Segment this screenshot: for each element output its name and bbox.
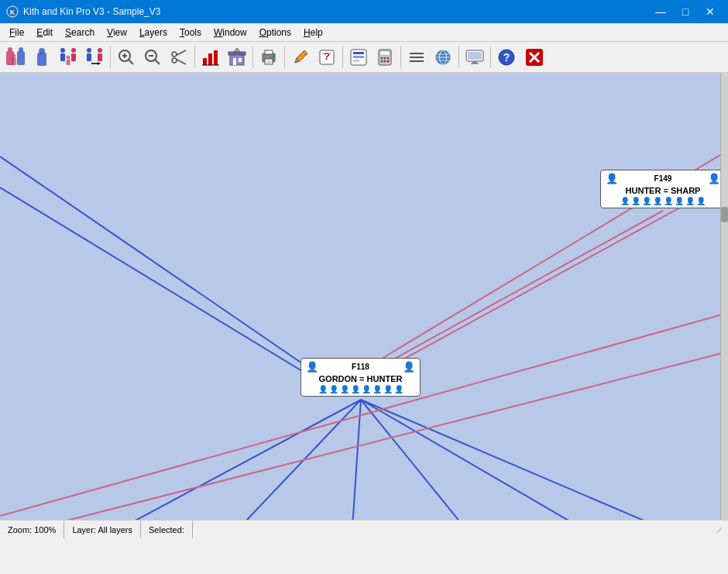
scrollbar-thumb[interactable] [721,207,728,222]
toolbar-sep-1 [110,46,111,68]
toolbar-sep-6 [400,46,401,68]
tb-zoom-in[interactable] [114,45,139,70]
tb-edit-family[interactable] [82,45,107,70]
svg-rect-39 [233,58,236,65]
status-zoom: Zoom: 100% [0,521,64,538]
relationship-lines [0,73,728,520]
svg-point-14 [67,55,70,59]
tb-add-family[interactable] [3,45,28,70]
svg-rect-6 [12,57,16,65]
tb-menu-lines[interactable] [404,45,429,70]
toolbar: ? [0,42,728,73]
menu-tools[interactable]: Tools [173,26,208,40]
svg-line-31 [177,50,187,56]
svg-rect-35 [214,50,218,65]
svg-line-88 [351,400,361,520]
tb-question-list[interactable]: ? [314,45,339,70]
vertical-scrollbar[interactable] [720,73,728,520]
menu-options[interactable]: Options [253,26,297,40]
toolbar-sep-2 [194,46,195,68]
tb-add-person[interactable] [29,45,54,70]
svg-point-7 [12,53,16,57]
svg-point-61 [381,57,383,59]
tb-calculator[interactable] [373,45,397,70]
tb-scissors[interactable] [167,45,191,70]
svg-rect-33 [203,58,207,65]
svg-text:?: ? [324,50,330,62]
svg-rect-17 [87,53,91,61]
tb-pencil[interactable] [288,45,313,70]
svg-marker-21 [98,62,101,65]
tb-zoom-out[interactable] [140,45,165,70]
svg-point-63 [387,57,390,59]
minimize-button[interactable]: — [649,4,672,19]
svg-rect-44 [265,50,273,54]
svg-point-12 [71,48,76,53]
tb-chart[interactable] [198,45,223,70]
close-button[interactable]: ✕ [699,4,722,19]
node-f149-name: HUNTER = SHARP [606,186,720,195]
svg-rect-60 [380,51,390,55]
svg-point-9 [39,48,45,54]
svg-line-87 [217,400,361,520]
svg-point-5 [19,47,23,52]
toolbar-sep-4 [284,46,285,68]
svg-text:?: ? [503,51,510,64]
app-icon: K [6,5,19,18]
tb-help[interactable]: ? [494,45,519,70]
svg-point-62 [384,57,386,59]
svg-rect-56 [353,52,364,54]
tb-data[interactable] [346,45,371,70]
menu-layers[interactable]: Layers [133,26,173,40]
svg-line-94 [0,313,728,516]
node-f149-children: 👤 👤 👤 👤 👤 👤 👤 👤 [606,197,720,205]
svg-point-4 [8,47,12,52]
svg-text:K: K [10,9,15,16]
svg-rect-11 [60,53,65,61]
svg-point-66 [387,60,390,62]
tb-close-red[interactable] [522,45,547,70]
svg-line-96 [361,211,663,377]
menu-file[interactable]: File [3,26,30,40]
resize-grip[interactable]: ⟋ [714,524,728,536]
node-f118-name: GORDON = HUNTER [306,374,415,383]
node-f118-id: F118 [352,363,369,371]
tb-globe[interactable] [431,45,455,70]
svg-rect-76 [468,52,482,60]
svg-rect-40 [239,58,242,62]
svg-line-25 [129,60,133,64]
svg-point-30 [172,58,177,63]
tb-print[interactable] [256,45,281,70]
tb-screen[interactable] [462,45,487,70]
menu-bar: File Edit Search View Layers Tools Windo… [0,23,728,42]
menu-window[interactable]: Window [208,26,253,40]
menu-help[interactable]: Help [297,26,329,40]
svg-rect-13 [71,53,76,61]
node-f149[interactable]: 👤 F149 👤 HUNTER = SHARP 👤 👤 👤 👤 👤 👤 👤 👤 [600,170,726,208]
status-selected: Selected: [141,521,193,538]
menu-edit[interactable]: Edit [30,26,59,40]
svg-line-91 [361,400,716,520]
svg-point-16 [87,48,91,53]
toolbar-sep-8 [490,46,491,68]
canvas-area[interactable]: 👤 F118 👤 GORDON = HUNTER 👤 👤 👤 👤 👤 👤 👤 👤… [0,73,728,520]
menu-search[interactable]: Search [59,26,101,40]
svg-line-90 [361,400,622,520]
svg-point-48 [273,55,275,57]
svg-rect-15 [67,60,70,65]
svg-point-18 [98,48,102,53]
node-f118[interactable]: 👤 F118 👤 GORDON = HUNTER 👤 👤 👤 👤 👤 👤 👤 👤 [300,358,421,397]
toolbar-sep-3 [252,46,253,68]
toolbar-sep-7 [458,46,459,68]
svg-line-84 [0,156,302,363]
node-f149-id: F149 [654,174,672,183]
tb-family-group[interactable] [56,45,81,70]
menu-view[interactable]: View [101,26,133,40]
svg-point-64 [381,60,383,62]
svg-rect-58 [353,60,359,62]
svg-point-65 [384,60,386,62]
maximize-button[interactable]: □ [674,4,697,19]
tb-building[interactable] [225,45,249,70]
svg-line-86 [77,400,361,520]
svg-rect-8 [37,53,46,66]
